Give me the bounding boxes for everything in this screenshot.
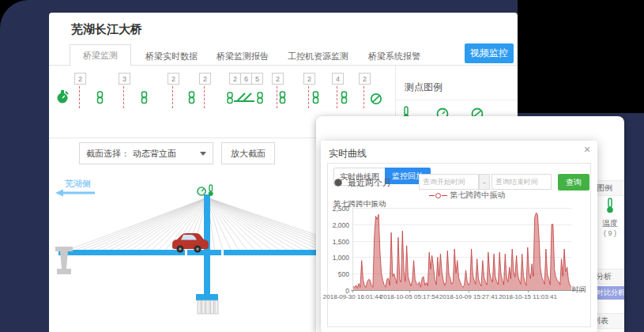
legend-line-icon (442, 195, 447, 196)
chain-sensor-icon[interactable] (278, 91, 287, 104)
legend-line-icon (429, 195, 435, 196)
sensor-count-badge: 2 (199, 73, 211, 85)
chart-plot-area (352, 208, 571, 290)
sensor-count-badge: 4 (332, 73, 344, 85)
sensor-count-badge: 3 (119, 73, 130, 85)
disabled-sensor-icon[interactable] (370, 92, 382, 105)
sensor-dash-marker (79, 86, 80, 108)
x-tick-label: 2018-10-15 11:03:41 (492, 293, 563, 300)
tab-system-alarm[interactable]: 桥梁系统报警 (368, 51, 420, 62)
sensor-dash-marker (204, 86, 205, 108)
vibration-series (353, 208, 571, 290)
sensor-dash-marker (123, 86, 124, 108)
x-axis-line (351, 290, 585, 291)
y-tick-label: 2,500 (321, 205, 349, 213)
chain-sensor-icon[interactable] (340, 91, 348, 104)
expansion-joint-icon[interactable] (226, 91, 267, 105)
sensor-count-badge: 2 (168, 73, 179, 85)
temperature-count: ( 9 ) (594, 229, 624, 237)
legend-circle-icon (435, 193, 441, 198)
legend-panel-underline (395, 100, 518, 100)
tab-ipc-resource[interactable]: 工控机资源监测 (288, 51, 348, 62)
recent-two-months-label: 最近两个月 (348, 177, 391, 189)
sensor-count-badge: 2 (229, 73, 241, 85)
sensor-count-badge: 2 (303, 73, 315, 85)
realtime-curve-dialog: 实时曲线 × 实时曲线图 监控回放 最近两个月 - 查询 第七跨跨中振动 第七跨… (321, 141, 597, 332)
temperature-label: 温度 (594, 218, 624, 229)
sensor-count-badge: 2 (74, 73, 86, 85)
bridge-piles (198, 300, 218, 314)
section-select[interactable]: 截面选择： 动态背立面 (79, 142, 213, 164)
car (172, 233, 209, 253)
enlarge-section-button[interactable]: 放大截面 (221, 142, 275, 164)
sensor-count-badge: 2 (359, 73, 371, 85)
sensor-gauge-icon[interactable] (55, 89, 70, 104)
caret-down-icon (200, 152, 206, 156)
sensor-count-badge: 6 (240, 73, 252, 85)
compare-analysis-button[interactable]: 对比分析 (594, 286, 624, 300)
bridge-side-label: 芜湖侧 (65, 179, 91, 188)
recent-two-months-radio[interactable] (335, 179, 341, 186)
tab-realtime-data[interactable]: 桥梁实时数据 (145, 51, 198, 62)
y-tick-label: 2,000 (321, 221, 349, 229)
sensor-dash-marker (308, 86, 309, 108)
query-end-input[interactable] (491, 174, 552, 190)
screen: { "colors": { "navy": "#273052", "accent… (0, 0, 644, 332)
section-select-value: 动态背立面 (133, 148, 200, 160)
bridge-abutment (57, 269, 71, 274)
x-axis-name: 时间 (572, 285, 586, 295)
chain-sensor-icon[interactable] (187, 91, 196, 104)
sensor-dash-marker (277, 86, 277, 108)
date-range-separator: - (479, 174, 490, 190)
dialog-title: 实时曲线 (329, 147, 367, 160)
y-tick-label: 1,500 (321, 238, 349, 246)
tower-top-sensor-icons (198, 185, 213, 196)
sensor-dash-marker (172, 86, 173, 108)
thermometer-icon[interactable] (605, 198, 615, 213)
tab-monitor-report[interactable]: 桥梁监测报告 (217, 51, 269, 62)
chain-sensor-icon[interactable] (140, 91, 149, 104)
legend-panel-title: 测点图例 (405, 81, 443, 94)
section-select-label: 截面选择： (80, 148, 133, 160)
sensor-dash-marker (363, 86, 364, 108)
sensor-count-badge: 5 (251, 73, 263, 85)
y-tick-label: 1,000 (321, 254, 349, 262)
query-start-input[interactable] (419, 174, 479, 190)
video-monitor-button[interactable]: 视频监控 (465, 43, 514, 63)
close-icon[interactable]: × (584, 144, 590, 155)
sensor-dash-marker (337, 86, 337, 108)
y-tick-label: 500 (321, 270, 349, 278)
tab-bridge-monitor[interactable]: 桥梁监测 (70, 44, 131, 66)
curve-window: 测点图例 温度 ( 9 ) 对比分析 对比分析 测点列表 实时曲线 × 实时曲线… (316, 116, 624, 332)
sensor-count-badge: 2 (272, 73, 284, 85)
chart-legend[interactable]: 第七跨跨中振动 (408, 190, 526, 201)
chain-sensor-icon[interactable] (96, 91, 104, 104)
chain-sensor-icon[interactable] (311, 91, 320, 104)
page-title: 芜湖长江大桥 (71, 22, 142, 37)
black-backdrop (518, 0, 644, 113)
query-button[interactable]: 查询 (558, 174, 589, 191)
